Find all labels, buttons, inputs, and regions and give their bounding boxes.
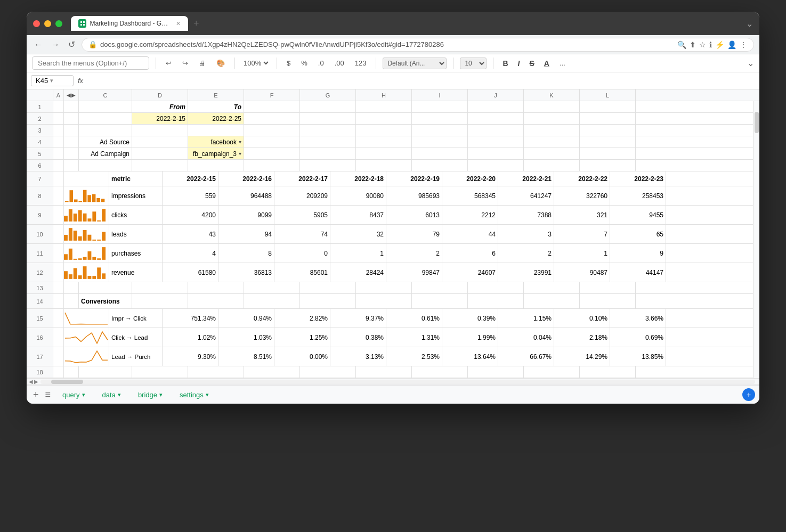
cell-e7[interactable]: 2022-2-16 bbox=[218, 171, 274, 186]
cell-g17[interactable]: 3.13% bbox=[330, 347, 386, 366]
cell-k8[interactable]: 322760 bbox=[554, 186, 610, 205]
cell-l12[interactable]: 44147 bbox=[610, 263, 666, 282]
cell-c11[interactable]: purchases bbox=[109, 244, 163, 263]
cell-f17[interactable]: 0.00% bbox=[274, 347, 330, 366]
cell-c14[interactable]: Conversions bbox=[79, 294, 132, 308]
cell-i12[interactable]: 24607 bbox=[442, 263, 498, 282]
cell-h15[interactable]: 0.61% bbox=[386, 309, 442, 328]
cell-c5[interactable]: Ad Campaign bbox=[79, 148, 132, 159]
new-tab-button[interactable]: + bbox=[190, 18, 202, 29]
row-header-14[interactable]: 14 bbox=[27, 294, 53, 309]
cell-g11[interactable]: 1 bbox=[330, 244, 386, 263]
cell-c8[interactable]: impressions bbox=[109, 186, 163, 205]
col-header-e[interactable]: E bbox=[188, 89, 244, 101]
explore-button[interactable]: + bbox=[742, 388, 755, 401]
col-header-l[interactable]: L bbox=[580, 89, 636, 101]
cell-f16[interactable]: 1.25% bbox=[274, 328, 330, 347]
col-header-j[interactable]: J bbox=[468, 89, 524, 101]
cell-j15[interactable]: 1.15% bbox=[498, 309, 554, 328]
back-button[interactable]: ← bbox=[32, 38, 45, 52]
close-button[interactable] bbox=[33, 20, 40, 27]
cell-reference-box[interactable]: K45 ▾ bbox=[31, 75, 74, 86]
col-header-i[interactable]: I bbox=[412, 89, 468, 101]
print-button[interactable]: 🖨 bbox=[196, 58, 209, 69]
currency-button[interactable]: $ bbox=[283, 58, 294, 69]
row-header-16[interactable]: 16 bbox=[27, 328, 53, 347]
cell-j12[interactable]: 23991 bbox=[498, 263, 554, 282]
sheet-tab-data[interactable]: data ▾ bbox=[95, 389, 128, 401]
cell-e17[interactable]: 8.51% bbox=[218, 347, 274, 366]
row-header-9[interactable]: 9 bbox=[27, 206, 53, 225]
cell-d15[interactable]: 751.34% bbox=[163, 309, 218, 328]
sheet-tab-bridge[interactable]: bridge ▾ bbox=[131, 389, 170, 401]
cell-d10[interactable]: 43 bbox=[163, 225, 218, 243]
search-menus-input[interactable] bbox=[32, 56, 149, 70]
row-header-8[interactable]: 8 bbox=[27, 186, 53, 206]
bold-button[interactable]: B bbox=[500, 58, 511, 69]
forward-button[interactable]: → bbox=[49, 38, 62, 52]
paint-format-button[interactable]: 🎨 bbox=[213, 58, 228, 69]
sheet-menu-button[interactable]: ≡ bbox=[43, 387, 53, 403]
cell-j9[interactable]: 7388 bbox=[498, 206, 554, 224]
redo-button[interactable]: ↪ bbox=[179, 58, 191, 69]
cell-g8[interactable]: 90080 bbox=[330, 186, 386, 205]
cell-c9[interactable]: clicks bbox=[109, 206, 163, 224]
row-header-2[interactable]: 2 bbox=[27, 113, 53, 125]
scrollbar-thumb-v[interactable] bbox=[755, 112, 759, 133]
cell-f10[interactable]: 74 bbox=[274, 225, 330, 243]
active-tab[interactable]: Marketing Dashboard - Googl ✕ bbox=[71, 16, 188, 31]
cell-d9[interactable]: 4200 bbox=[163, 206, 218, 224]
cell-k10[interactable]: 7 bbox=[554, 225, 610, 243]
cell-e10[interactable]: 94 bbox=[218, 225, 274, 243]
cell-k12[interactable]: 90487 bbox=[554, 263, 610, 282]
cell-j7[interactable]: 2022-2-21 bbox=[498, 171, 554, 186]
col-header-f[interactable]: F bbox=[244, 89, 300, 101]
cell-j16[interactable]: 0.04% bbox=[498, 328, 554, 347]
cell-d11[interactable]: 4 bbox=[163, 244, 218, 263]
cell-k9[interactable]: 321 bbox=[554, 206, 610, 224]
cell-l10[interactable]: 65 bbox=[610, 225, 666, 243]
cell-i11[interactable]: 6 bbox=[442, 244, 498, 263]
row-header-15[interactable]: 15 bbox=[27, 309, 53, 328]
row-header-4[interactable]: 4 bbox=[27, 136, 53, 148]
cell-f11[interactable]: 0 bbox=[274, 244, 330, 263]
cell-f8[interactable]: 209209 bbox=[274, 186, 330, 205]
vertical-scrollbar[interactable] bbox=[753, 101, 759, 378]
cell-h9[interactable]: 6013 bbox=[386, 206, 442, 224]
cell-l16[interactable]: 0.69% bbox=[610, 328, 666, 347]
col-header-g[interactable]: G bbox=[300, 89, 356, 101]
cell-e16[interactable]: 1.03% bbox=[218, 328, 274, 347]
cell-f9[interactable]: 5905 bbox=[274, 206, 330, 224]
cell-c10[interactable]: leads bbox=[109, 225, 163, 243]
cell-e12[interactable]: 36813 bbox=[218, 263, 274, 282]
cell-c2[interactable] bbox=[79, 113, 132, 124]
sheet-tab-settings[interactable]: settings ▾ bbox=[172, 389, 216, 401]
col-header-d[interactable]: D bbox=[132, 89, 188, 101]
cell-d7[interactable]: 2022-2-15 bbox=[163, 171, 218, 186]
cell-h17[interactable]: 2.53% bbox=[386, 347, 442, 366]
col-header-k[interactable]: K bbox=[524, 89, 580, 101]
cell-f7[interactable]: 2022-2-17 bbox=[274, 171, 330, 186]
cell-k11[interactable]: 1 bbox=[554, 244, 610, 263]
url-box[interactable]: 🔒 docs.google.com/spreadsheets/d/1Xgp4zH… bbox=[82, 38, 754, 52]
row-header-3[interactable]: 3 bbox=[27, 125, 53, 136]
cell-k17[interactable]: 14.29% bbox=[554, 347, 610, 366]
cell-i7[interactable]: 2022-2-20 bbox=[442, 171, 498, 186]
cell-h7[interactable]: 2022-2-19 bbox=[386, 171, 442, 186]
row-header-5[interactable]: 5 bbox=[27, 148, 53, 160]
cell-h10[interactable]: 79 bbox=[386, 225, 442, 243]
extension-icon[interactable]: ⚡ bbox=[715, 40, 724, 49]
account-icon[interactable]: 👤 bbox=[727, 40, 736, 49]
cell-l15[interactable]: 3.66% bbox=[610, 309, 666, 328]
cell-h8[interactable]: 985693 bbox=[386, 186, 442, 205]
cell-d1[interactable]: From bbox=[132, 101, 188, 112]
font-size-select[interactable]: 10 bbox=[460, 58, 487, 69]
cell-j17[interactable]: 66.67% bbox=[498, 347, 554, 366]
cell-h11[interactable]: 2 bbox=[386, 244, 442, 263]
row-header-10[interactable]: 10 bbox=[27, 225, 53, 244]
cell-e5[interactable]: fb_campaign_3 ▾ bbox=[188, 148, 244, 159]
dropdown-arrow-e4[interactable]: ▾ bbox=[239, 136, 241, 148]
bookmark-icon[interactable]: ☆ bbox=[699, 40, 706, 49]
cell-g12[interactable]: 28424 bbox=[330, 263, 386, 282]
strikethrough-button[interactable]: S bbox=[526, 58, 537, 69]
